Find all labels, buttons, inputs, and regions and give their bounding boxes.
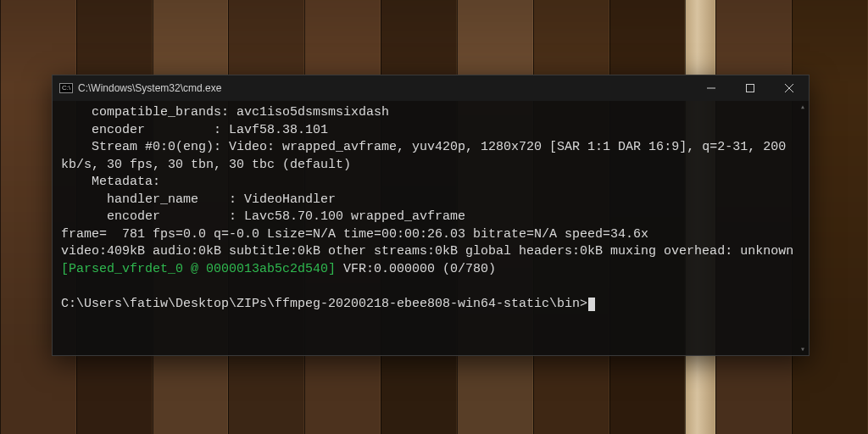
- output-line: encoder : Lavf58.38.101: [61, 123, 328, 137]
- output-line: Metadata:: [61, 175, 160, 189]
- parsed-vfrdet-tag: [Parsed_vfrdet_0 @ 0000013ab5c2d540]: [61, 262, 336, 276]
- terminal-output[interactable]: compatible_brands: avc1iso5dsmsmsixdash …: [61, 101, 797, 355]
- output-line: compatible_brands: avc1iso5dsmsmsixdash: [61, 105, 389, 120]
- titlebar[interactable]: C:\ C:\Windows\System32\cmd.exe: [53, 75, 809, 101]
- cmd-icon: C:\: [59, 83, 73, 93]
- output-line: Stream #0:0(eng): Video: wrapped_avframe…: [61, 140, 793, 172]
- terminal-area[interactable]: ▴ ▾ compatible_brands: avc1iso5dsmsmsixd…: [53, 101, 809, 355]
- command-prompt: C:\Users\fatiw\Desktop\ZIPs\ffmpeg-20200…: [61, 297, 587, 311]
- output-line: video:409kB audio:0kB subtitle:0kB other…: [61, 244, 793, 259]
- output-line: VFR:0.000000 (0/780): [336, 262, 496, 276]
- cursor: [588, 298, 595, 311]
- minimize-button[interactable]: [692, 75, 731, 101]
- maximize-button[interactable]: [731, 75, 770, 101]
- close-button[interactable]: [770, 75, 809, 101]
- output-line: encoder : Lavc58.70.100 wrapped_avframe: [61, 209, 465, 224]
- output-line: frame= 781 fps=0.0 q=-0.0 Lsize=N/A time…: [61, 227, 648, 242]
- svg-rect-0: [747, 85, 754, 92]
- output-line: handler_name : VideoHandler: [61, 192, 336, 207]
- scroll-down-icon[interactable]: ▾: [797, 343, 809, 355]
- cmd-window[interactable]: C:\ C:\Windows\System32\cmd.exe ▴ ▾ comp…: [52, 75, 810, 356]
- window-title: C:\Windows\System32\cmd.exe: [78, 82, 221, 94]
- scroll-up-icon[interactable]: ▴: [797, 101, 809, 113]
